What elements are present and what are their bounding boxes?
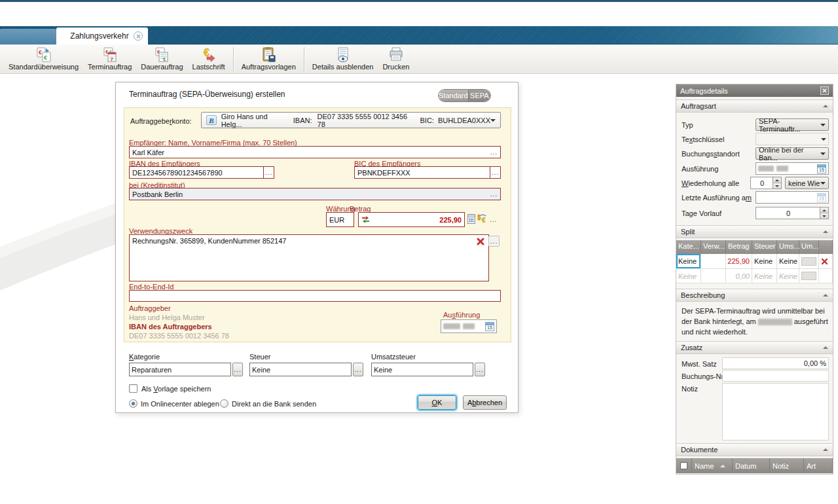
lastschrift-button[interactable]: € Lastschrift	[188, 46, 230, 73]
col-um[interactable]: Um...	[799, 240, 819, 254]
tage-vorlauf-spinner[interactable]: 0	[756, 207, 829, 219]
redacted-date	[758, 319, 792, 325]
standardueberweisung-button[interactable]: € € Standardüberweisung	[4, 46, 83, 73]
category-input[interactable]: Reparaturen	[129, 363, 231, 376]
buchungsstandort-dropdown[interactable]: Online bei der Ban...	[756, 147, 829, 160]
account-name: Giro Hans und Helg...	[221, 113, 284, 128]
dauerauftrag-button[interactable]: € € Dauerauftrag	[136, 46, 187, 73]
calendar-icon[interactable]: 15	[817, 164, 826, 173]
bic-browse-button[interactable]: ...	[490, 167, 500, 178]
currency-coins-icon[interactable]: $ €	[477, 213, 488, 225]
split-cell-betrag[interactable]: 225,90	[726, 254, 752, 269]
doc-col-art[interactable]: Art	[804, 458, 833, 473]
section-beschreibung[interactable]: Beschreibung	[676, 289, 833, 302]
vat-browse-button[interactable]: ...	[475, 363, 485, 376]
tab-home[interactable]	[0, 29, 56, 45]
toggle-sepa[interactable]: SEPA	[469, 90, 490, 101]
account-iban: DE07 3335 5555 0012 3456 78	[318, 113, 409, 128]
calendar-icon[interactable]: 15	[485, 322, 494, 331]
doc-select-all[interactable]	[676, 458, 692, 473]
split-cell-um[interactable]	[799, 269, 819, 283]
save-template-checkbox[interactable]	[129, 384, 137, 393]
auftragsvorlagen-button[interactable]: Auftragsvorlagen	[237, 46, 301, 73]
execution-date-input[interactable]: 15	[441, 319, 497, 333]
redacted-date	[776, 166, 788, 171]
mwst-input[interactable]: 0,00 %	[722, 357, 829, 369]
drucken-button[interactable]: Drucken	[378, 46, 414, 73]
col-verwendung[interactable]: Verw...	[701, 240, 726, 254]
account-dropdown[interactable]: B Giro Hans und Helg... IBAN: DE07 3335 …	[201, 112, 501, 128]
split-cell-verwendung[interactable]	[701, 254, 726, 269]
doc-col-datum[interactable]: Datum	[733, 458, 770, 473]
cancel-button[interactable]: Abbrechen	[463, 395, 507, 410]
split-cell-kategorie[interactable]: Keine	[676, 269, 701, 283]
split-cell-um[interactable]	[799, 254, 819, 269]
split-row-delete[interactable]	[819, 254, 833, 269]
split-cell-umsatzsteuer[interactable]: Keine	[777, 269, 799, 283]
panel-close-icon[interactable]	[820, 86, 829, 95]
split-cell-betrag[interactable]: 0,00	[726, 269, 752, 283]
iban-input[interactable]: DE12345678901234567890 ...	[129, 166, 274, 179]
spinner-arrows[interactable]	[820, 207, 828, 219]
collapse-icon	[823, 105, 828, 107]
execution-label: Ausführung	[443, 311, 480, 319]
iban-browse-button[interactable]: ...	[263, 167, 274, 178]
exchange-icon[interactable]	[361, 215, 370, 225]
calculator-icon[interactable]	[467, 214, 475, 225]
top-accent-line	[0, 0, 838, 2]
purpose-browse-button[interactable]: ...	[488, 236, 500, 247]
tax-input[interactable]: Keine	[249, 363, 352, 376]
split-cell-umsatzsteuer[interactable]: Keine	[777, 254, 799, 269]
radio-onlinecenter[interactable]	[129, 399, 137, 408]
col-umsatzsteuer[interactable]: Ums...	[777, 240, 799, 254]
section-split[interactable]: Split	[676, 225, 833, 238]
details-ausblenden-button[interactable]: Details ausblenden	[308, 46, 378, 73]
clear-purpose-icon[interactable]	[476, 237, 485, 247]
tab-zahlungsverkehr[interactable]: Zahlungsverkehr	[56, 27, 148, 45]
bank-browse-button[interactable]: ...	[490, 190, 498, 198]
e2e-input[interactable]	[129, 290, 501, 302]
section-dokumente[interactable]: Dokumente	[676, 443, 833, 456]
amount-browse-button[interactable]: ...	[490, 216, 497, 223]
tab-close-icon[interactable]	[134, 31, 143, 41]
section-zusatz[interactable]: Zusatz	[676, 341, 833, 354]
split-cell-steuer[interactable]: Keine	[752, 254, 777, 269]
tax-browse-button[interactable]: ...	[353, 363, 363, 376]
toggle-standard[interactable]: Standard	[439, 90, 469, 101]
col-steuer[interactable]: Steuer	[752, 240, 777, 254]
recipient-input[interactable]: Karl Käfer ...	[129, 146, 501, 158]
scheduled-transfer-icon: € € 7	[101, 46, 118, 63]
split-cell-steuer[interactable]: Keine	[752, 269, 777, 283]
category-browse-button[interactable]: ...	[232, 363, 243, 376]
bic-input[interactable]: PBNKDEFFXXX ...	[354, 166, 501, 179]
col-kategorie[interactable]: Kate...	[676, 240, 701, 254]
vat-input[interactable]: Keine	[371, 363, 473, 376]
doc-col-name[interactable]: Name	[692, 458, 733, 473]
split-cell-empty	[819, 269, 833, 283]
wiederholung-spinner[interactable]: 0	[750, 177, 782, 189]
typ-dropdown[interactable]: SEPA-Terminauftr...	[756, 118, 829, 131]
wiederholung-unit-dropdown[interactable]: keine Wie	[785, 177, 829, 189]
amount-input[interactable]: 225,90	[358, 212, 465, 227]
svg-text:€: €	[163, 56, 166, 62]
split-cell-kategorie[interactable]: Keine	[676, 254, 701, 269]
ok-button[interactable]: OK	[418, 395, 456, 410]
bank-input[interactable]: Postbank Berlin ...	[129, 188, 501, 200]
col-betrag[interactable]: Betrag	[726, 240, 752, 254]
split-cell-verwendung[interactable]	[701, 269, 726, 283]
spinner-arrows[interactable]	[773, 177, 781, 189]
currency-input[interactable]: EUR	[326, 212, 354, 227]
recipient-browse-button[interactable]: ...	[490, 149, 498, 156]
terminauftrag-button[interactable]: € € 7 Terminauftrag	[83, 46, 136, 73]
standard-sepa-toggle: Standard SEPA	[438, 89, 491, 102]
purpose-textarea[interactable]: RechnungsNr. 365899, KundenNummer 852147	[129, 234, 489, 281]
section-auftragsart[interactable]: Auftragsart	[676, 99, 833, 113]
letzte-ausfuehrung-input[interactable]: 15	[756, 191, 829, 204]
textschluessel-dropdown[interactable]	[756, 133, 829, 145]
doc-col-notiz[interactable]: Notiz	[770, 458, 804, 473]
notiz-textarea[interactable]	[722, 383, 829, 441]
ausfuehrung-date-input[interactable]: 15	[756, 162, 829, 175]
buchungsnr-input[interactable]	[722, 370, 829, 382]
toolbar-separator	[304, 47, 304, 71]
radio-direct[interactable]	[220, 399, 228, 408]
